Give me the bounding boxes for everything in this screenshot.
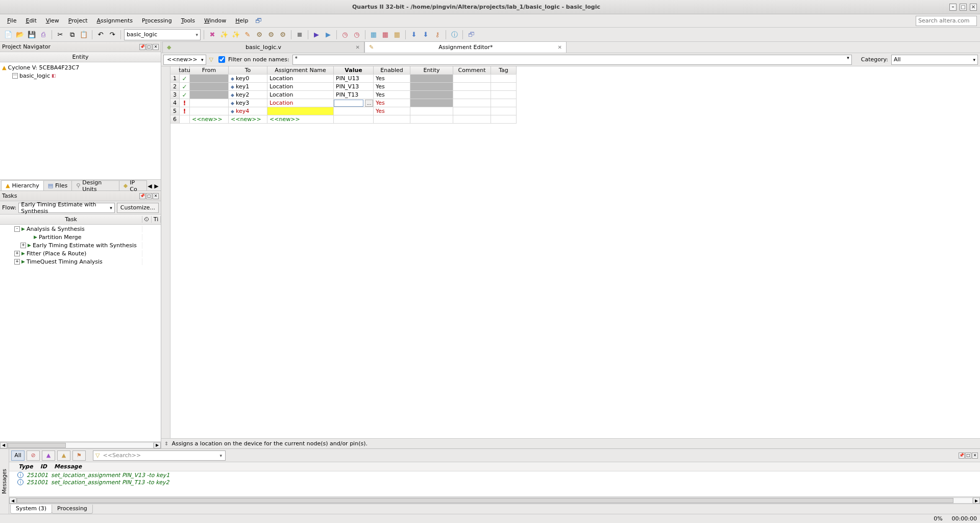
nav-tabs-right-arrow[interactable]: ▶ — [153, 181, 160, 191]
run-icon[interactable]: ▶ — [28, 243, 31, 248]
minimize-button[interactable]: – — [949, 4, 957, 11]
message-row[interactable]: i251001set_location_assignment PIN_T13 -… — [9, 479, 980, 486]
col-value[interactable]: Value — [334, 66, 374, 74]
tasks-pin-icon[interactable]: 📌 — [139, 193, 145, 199]
nav-tab-design-units[interactable]: ⚲Design Units — [71, 180, 119, 191]
table-row[interactable]: 1✓◆key0LocationPIN_U13Yes — [170, 75, 517, 83]
comment-cell[interactable] — [453, 107, 491, 115]
assignment-name-cell[interactable]: Location — [267, 99, 334, 107]
menu-processing[interactable]: Processing — [138, 16, 176, 26]
new-file-icon[interactable]: 📄 — [3, 30, 13, 40]
tag-cell[interactable] — [491, 91, 517, 99]
value-cell[interactable] — [334, 107, 374, 115]
hscroll-left-arrow[interactable]: ◀ — [0, 442, 7, 448]
task-row[interactable]: +▶TimeQuest Timing Analysis — [0, 257, 161, 266]
value-browse-button[interactable]: ... — [365, 100, 373, 107]
filter-checkbox[interactable] — [218, 56, 225, 63]
to-cell[interactable]: ◆key1 — [229, 83, 267, 90]
download2-icon[interactable]: ⬇ — [421, 30, 431, 40]
menu-tools[interactable]: Tools — [177, 16, 199, 26]
value-cell[interactable]: PIN_U13 — [334, 75, 374, 82]
comment-cell[interactable] — [453, 83, 491, 90]
message-row[interactable]: i251001set_location_assignment PIN_V13 -… — [9, 471, 980, 479]
task-row[interactable]: -▶Analysis & Synthesis — [0, 225, 161, 233]
new-assignment-combo[interactable]: <<new>> — [163, 55, 206, 65]
from-cell[interactable] — [190, 75, 229, 82]
menu-project[interactable]: Project — [64, 16, 92, 26]
value-cell[interactable]: PIN_T13 — [334, 91, 374, 99]
messages-tab-processing[interactable]: Processing — [52, 505, 93, 514]
nav-tab-hierarchy[interactable]: ▲Hierarchy — [1, 180, 44, 191]
run-icon[interactable]: ▶ — [21, 251, 25, 256]
comment-cell[interactable] — [453, 99, 491, 107]
messages-max-icon[interactable]: □ — [965, 453, 971, 459]
tab-close-icon[interactable]: ✕ — [558, 44, 562, 50]
chip2-icon[interactable]: ▦ — [380, 30, 390, 40]
download-icon[interactable]: ⬇ — [409, 30, 419, 40]
col-assignment-name[interactable]: Assignment Name — [267, 66, 334, 74]
paste-icon[interactable]: 📋 — [79, 30, 89, 40]
enabled-cell[interactable]: Yes — [374, 83, 410, 90]
tasks-max-icon[interactable]: □ — [146, 193, 152, 199]
table-row[interactable]: 5!◆key4Yes — [170, 107, 517, 115]
clock2-icon[interactable]: ◷ — [352, 30, 362, 40]
menu-window[interactable]: Window — [200, 16, 230, 26]
tree-icon[interactable]: ⚷ — [432, 30, 443, 40]
print-icon[interactable]: ⎙ — [38, 30, 48, 40]
tag-cell[interactable] — [491, 99, 517, 107]
enabled-cell[interactable]: Yes — [374, 99, 410, 107]
to-cell[interactable]: ◆key0 — [229, 75, 267, 82]
copy-icon[interactable]: ⧉ — [67, 30, 77, 40]
comment-cell[interactable] — [453, 91, 491, 99]
save-icon[interactable]: 💾 — [27, 30, 37, 40]
nav-tabs-left-arrow[interactable]: ◀ — [146, 181, 153, 191]
messages-tab-system[interactable]: System (3) — [10, 505, 52, 514]
to-cell[interactable]: <<new>> — [229, 115, 267, 123]
table-row[interactable]: 2✓◆key1LocationPIN_V13Yes — [170, 83, 517, 91]
link-icon[interactable]: 🗗 — [466, 30, 476, 40]
chip3-icon[interactable]: ▦ — [392, 30, 402, 40]
editor-tab-assignment-editor[interactable]: ✎ Assignment Editor* ✕ — [364, 41, 567, 53]
value-cell[interactable] — [334, 115, 374, 123]
from-cell[interactable] — [190, 91, 229, 99]
table-row[interactable]: 3✓◆key2LocationPIN_T13Yes — [170, 91, 517, 99]
assignment-grid[interactable]: tatu From To Assignment Name Value Enabl… — [170, 66, 517, 438]
to-cell[interactable]: ◆key2 — [229, 91, 267, 99]
to-cell[interactable]: ◆key4 — [229, 107, 267, 115]
hscroll-right-arrow[interactable]: ▶ — [154, 442, 161, 448]
expander-icon[interactable]: + — [20, 243, 26, 248]
value-cell[interactable]: ... — [334, 99, 374, 107]
to-cell[interactable]: ◆key3 — [229, 99, 267, 107]
gears3-icon[interactable]: ⚙ — [278, 30, 288, 40]
cut-icon[interactable]: ✂ — [55, 30, 65, 40]
gears2-icon[interactable]: ⚙ — [266, 30, 276, 40]
enabled-cell[interactable] — [374, 115, 410, 123]
entity-cell[interactable] — [410, 99, 453, 107]
project-combo[interactable]: basic_logic — [124, 29, 201, 40]
nav-tab-ip[interactable]: ◆IP Co — [119, 180, 147, 191]
messages-filter-info-icon[interactable]: ⚑ — [72, 450, 86, 461]
chip-icon[interactable]: ▦ — [369, 30, 379, 40]
tag-cell[interactable] — [491, 75, 517, 82]
close-button[interactable]: ✕ — [970, 4, 977, 11]
value-cell[interactable]: PIN_V13 — [334, 83, 374, 90]
messages-pin-icon[interactable]: 📌 — [959, 453, 965, 459]
assignment-name-cell[interactable] — [267, 107, 334, 115]
expander-icon[interactable]: + — [14, 251, 20, 256]
flow-combo[interactable]: Early Timing Estimate with Synthesis — [18, 203, 115, 213]
messages-filter-critical-icon[interactable]: ▲ — [42, 450, 55, 461]
from-cell[interactable] — [190, 83, 229, 90]
nav-tab-files[interactable]: ▤Files — [43, 180, 72, 191]
tree-device-row[interactable]: ▲ Cyclone V: 5CEBA4F23C7 — [0, 63, 161, 72]
help-web-icon[interactable]: 🗗 — [253, 16, 263, 26]
col-entity[interactable]: Entity — [410, 66, 453, 74]
task-row[interactable]: +▶Fitter (Place & Route) — [0, 249, 161, 257]
messages-close-icon[interactable]: ✕ — [972, 453, 978, 459]
clock-icon[interactable]: ◷ — [340, 30, 350, 40]
task-row[interactable]: +▶Early Timing Estimate with Synthesis — [0, 241, 161, 249]
open-folder-icon[interactable]: 📂 — [15, 30, 25, 40]
filter-funnel-icon[interactable]: ▽ — [209, 56, 213, 63]
menu-file[interactable]: File — [3, 16, 20, 26]
maximize-button[interactable]: □ — [960, 4, 967, 11]
assignment-name-cell[interactable]: Location — [267, 91, 334, 99]
